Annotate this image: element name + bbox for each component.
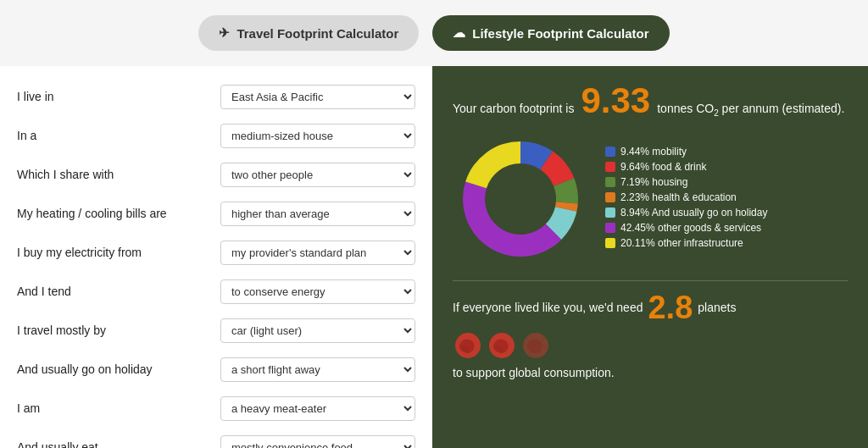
planets-line: If everyone lived like you, we'd need 2.… <box>453 291 848 324</box>
planet-icons <box>453 330 848 361</box>
legend-text-4: 8.94% And usually go on holiday <box>620 207 767 218</box>
main-content: I live inEast Asia & PacificSouth AsiaEu… <box>0 66 868 448</box>
legend-item-2: 7.19% housing <box>605 176 848 188</box>
legend: 9.44% mobility9.64% food & drink7.19% ho… <box>605 146 848 252</box>
legend-item-0: 9.44% mobility <box>605 146 848 158</box>
form-panel: I live inEast Asia & PacificSouth AsiaEu… <box>0 66 432 448</box>
legend-item-4: 8.94% And usually go on holiday <box>605 207 848 218</box>
legend-dot-6 <box>605 238 615 248</box>
legend-text-0: 9.44% mobility <box>620 146 687 158</box>
legend-item-6: 20.11% other infrastructure <box>605 237 848 249</box>
planets-pre: If everyone lived like you, we'd need <box>453 301 643 314</box>
form-label-4: I buy my electricity from <box>17 246 220 259</box>
form-label-3: My heating / cooling bills are <box>17 207 220 220</box>
plane-icon: ✈ <box>219 25 230 41</box>
legend-text-6: 20.11% other infrastructure <box>620 237 743 249</box>
form-label-0: I live in <box>17 90 220 103</box>
planets-post: planets <box>698 301 736 314</box>
carbon-units: tonnes CO2 per annum (estimated). <box>657 100 844 119</box>
form-row-1: In amedium-sized housesmall houselarge h… <box>17 120 415 151</box>
results-panel: Your carbon footprint is 9.33 tonnes CO2… <box>432 66 868 448</box>
planet-icon-1 <box>453 330 483 361</box>
form-label-1: In a <box>17 129 220 142</box>
tab-travel-label: Travel Footprint Calculator <box>236 26 398 41</box>
form-label-8: I am <box>17 401 220 415</box>
form-row-8: I ama heavy meat-eatera medium meat-eate… <box>17 393 415 423</box>
form-select-2[interactable]: two other peopleone other personthree ot… <box>220 163 415 187</box>
legend-dot-1 <box>605 162 615 172</box>
legend-dot-3 <box>605 192 615 202</box>
form-row-3: My heating / cooling bills arehigher tha… <box>17 198 415 229</box>
form-select-3[interactable]: higher than averageaveragelower than ave… <box>220 202 415 226</box>
planets-value: 2.8 <box>648 291 693 324</box>
tab-lifestyle-label: Lifestyle Footprint Calculator <box>472 26 648 41</box>
tab-lifestyle[interactable]: ☁ Lifestyle Footprint Calculator <box>432 15 669 51</box>
donut-segment <box>463 181 561 257</box>
support-text: to support global consumption. <box>453 366 848 379</box>
legend-item-5: 42.45% other goods & services <box>605 222 848 234</box>
form-row-4: I buy my electricity frommy provider's s… <box>17 237 415 268</box>
form-select-5[interactable]: to conserve energynot to conserve energy… <box>220 279 415 304</box>
chart-legend-area: 9.44% mobility9.64% food & drink7.19% ho… <box>453 131 848 267</box>
form-select-8[interactable]: a heavy meat-eatera medium meat-eatera l… <box>220 396 415 421</box>
legend-dot-2 <box>605 177 615 187</box>
cloud-icon: ☁ <box>453 25 465 41</box>
planet-icon-2 <box>487 330 517 361</box>
legend-text-1: 9.64% food & drink <box>620 161 706 173</box>
form-row-6: I travel mostly bycar (light user)car (h… <box>17 315 415 346</box>
form-label-7: And usually go on holiday <box>17 362 220 376</box>
tab-travel[interactable]: ✈ Travel Footprint Calculator <box>198 15 419 51</box>
form-select-6[interactable]: car (light user)car (heavy user)public t… <box>220 318 415 343</box>
carbon-label: Your carbon footprint is <box>453 100 574 118</box>
carbon-value: 9.33 <box>581 83 650 119</box>
form-label-5: And I tend <box>17 285 220 298</box>
form-row-5: And I tendto conserve energynot to conse… <box>17 276 415 307</box>
form-label-9: And usually eat <box>17 440 220 448</box>
planet-icon-3 <box>520 330 551 361</box>
form-select-4[interactable]: my provider's standard plana green energ… <box>220 241 415 265</box>
form-row-0: I live inEast Asia & PacificSouth AsiaEu… <box>17 81 415 112</box>
tab-bar: ✈ Travel Footprint Calculator ☁ Lifestyl… <box>0 0 868 66</box>
legend-text-2: 7.19% housing <box>620 176 687 188</box>
legend-item-3: 2.23% health & education <box>605 191 848 203</box>
legend-dot-5 <box>605 223 615 233</box>
form-select-9[interactable]: mostly convenience foodmostly fresh food… <box>220 435 415 449</box>
legend-item-1: 9.64% food & drink <box>605 161 848 173</box>
form-row-2: Which I share withtwo other peopleone ot… <box>17 159 415 190</box>
form-row-7: And usually go on holidaya short flight … <box>17 354 415 384</box>
form-row-9: And usually eatmostly convenience foodmo… <box>17 432 415 448</box>
form-select-1[interactable]: medium-sized housesmall houselarge house… <box>220 124 415 148</box>
legend-text-5: 42.45% other goods & services <box>620 222 761 234</box>
donut-segment <box>465 141 520 188</box>
legend-dot-4 <box>605 207 615 218</box>
legend-text-3: 2.23% health & education <box>620 191 737 203</box>
legend-dot-0 <box>605 147 615 157</box>
form-label-2: Which I share with <box>17 168 220 181</box>
form-label-6: I travel mostly by <box>17 324 220 337</box>
form-select-0[interactable]: East Asia & PacificSouth AsiaEuropeNorth… <box>220 85 415 109</box>
form-select-7[interactable]: a short flight awaylocallya long flight … <box>220 357 415 382</box>
carbon-header: Your carbon footprint is 9.33 tonnes CO2… <box>453 83 848 119</box>
planets-section: If everyone lived like you, we'd need 2.… <box>453 280 848 379</box>
donut-chart <box>453 131 588 267</box>
